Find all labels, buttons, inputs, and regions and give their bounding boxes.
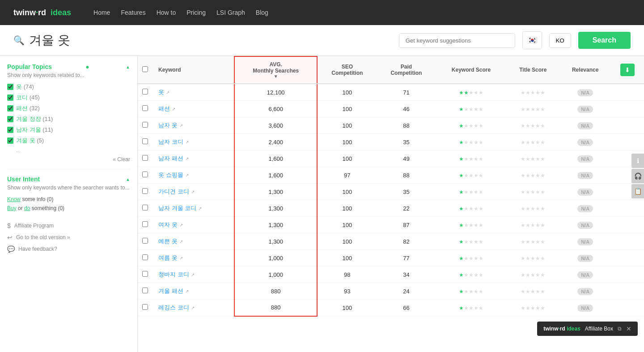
relevance-header[interactable]: Relevance (559, 56, 611, 84)
keyword-cell[interactable]: 겨울 패션↗ (152, 283, 234, 300)
keyword-cell[interactable]: 옷 쇼핑몰↗ (152, 167, 234, 184)
keyword-link[interactable]: 겨울 패션 (158, 288, 183, 294)
row-checkbox[interactable] (142, 188, 148, 194)
nav-features[interactable]: Features (121, 9, 145, 16)
row-checkbox[interactable] (142, 271, 148, 277)
topic-label-0[interactable]: 옷 (74) (16, 83, 34, 91)
keyword-cell[interactable]: 옷↗ (152, 84, 234, 101)
topic-label-4[interactable]: 남자 겨울 (11) (16, 126, 53, 134)
topic-label-5[interactable]: 겨울 옷 (5) (16, 137, 44, 145)
select-all-header[interactable] (138, 56, 152, 84)
nav-how-to[interactable]: How to (157, 9, 176, 16)
keyword-link[interactable]: 청바지 코디 (158, 271, 189, 278)
clear-link[interactable]: « Clear (7, 156, 130, 163)
paid-competition-header[interactable]: PaidCompetition (377, 56, 436, 84)
nav-pricing[interactable]: Pricing (186, 9, 206, 16)
empty-star-icon: ★ (479, 156, 483, 162)
nav-lsi-graph[interactable]: LSI Graph (216, 9, 245, 16)
keyword-cell[interactable]: 패션↗ (152, 101, 234, 117)
keyword-link[interactable]: 남자 겨울 코디 (158, 205, 196, 211)
empty-star-icon: ★ (540, 189, 545, 195)
keyword-cell[interactable]: 남자 옷↗ (152, 117, 234, 134)
nav-blog[interactable]: Blog (256, 9, 268, 16)
title-score-header[interactable]: Title Score (507, 56, 559, 84)
na-badge: N/A (577, 106, 593, 113)
search-button[interactable]: Search (578, 32, 631, 49)
keyword-score-header[interactable]: Keyword Score (436, 56, 506, 84)
topic-checkbox-1[interactable] (7, 94, 13, 101)
topic-checkbox-0[interactable] (7, 84, 13, 90)
keyword-suggest-input[interactable] (399, 33, 515, 48)
avg-monthly-cell: 2,400 (234, 134, 317, 150)
nav-home[interactable]: Home (93, 9, 110, 16)
topic-more[interactable]: ... (16, 147, 130, 154)
user-intent-title[interactable]: User Intent (7, 176, 130, 183)
popular-topics-title[interactable]: Popular Topics ● (7, 63, 130, 70)
row-checkbox[interactable] (142, 238, 148, 244)
keyword-link[interactable]: 예쁜 옷 (158, 238, 178, 245)
row-checkbox[interactable] (142, 122, 148, 128)
topic-checkbox-3[interactable] (7, 116, 13, 122)
topic-label-3[interactable]: 겨울 정장 (11) (16, 115, 53, 123)
copy-float-button[interactable]: 📋 (631, 184, 644, 198)
intent-buy-link[interactable]: Buy (7, 205, 17, 211)
row-checkbox[interactable] (142, 172, 148, 177)
row-checkbox[interactable] (142, 205, 148, 210)
row-checkbox[interactable] (142, 304, 148, 310)
keyword-link[interactable]: 가디건 코디 (158, 188, 189, 195)
topic-checkbox-2[interactable] (7, 105, 13, 112)
keyword-link[interactable]: 옷 (158, 89, 164, 95)
relevance-cell: N/A (559, 101, 611, 117)
seo-competition-header[interactable]: SEOCompetition (317, 56, 377, 84)
keyword-cell[interactable]: 청바지 코디↗ (152, 266, 234, 283)
keyword-link[interactable]: 남자 패션 (158, 155, 183, 162)
keyword-link[interactable]: 남자 옷 (158, 122, 178, 129)
info-float-button[interactable]: ℹ (631, 154, 644, 168)
filled-star-icon: ★ (459, 156, 464, 162)
keyword-link[interactable]: 옷 쇼핑몰 (158, 172, 183, 178)
logo-twinword: twinw·rd (13, 8, 46, 17)
intent-know-link[interactable]: Know (7, 196, 21, 202)
keyword-cell[interactable]: 남자 겨울 코디↗ (152, 200, 234, 217)
download-button[interactable]: ⬇ (620, 64, 635, 76)
row-checkbox[interactable] (142, 138, 148, 144)
topic-label-2[interactable]: 패션 (32) (16, 104, 40, 112)
headphone-float-button[interactable]: 🎧 (631, 169, 644, 183)
row-checkbox[interactable] (142, 254, 148, 260)
empty-star-icon: ★ (479, 206, 483, 212)
row-checkbox[interactable] (142, 155, 148, 161)
title-score-cell: ★★★★★ (507, 200, 559, 217)
topic-checkbox-4[interactable] (7, 127, 13, 133)
keyword-cell[interactable]: 예쁜 옷↗ (152, 233, 234, 250)
keyword-link[interactable]: 남자 코디 (158, 138, 183, 145)
avg-monthly-header[interactable]: AVG.Monthly Searches ▼ (234, 56, 317, 84)
intent-do-link[interactable]: do (24, 205, 30, 211)
row-checkbox[interactable] (142, 221, 148, 227)
old-version-item[interactable]: ↩ Go to the old version » (7, 234, 130, 241)
row-checkbox[interactable] (142, 89, 148, 94)
topic-label-1[interactable]: 코디 (45) (16, 94, 40, 102)
keyword-link[interactable]: 레깅스 코디 (158, 304, 189, 311)
lang-button[interactable]: KO (549, 33, 571, 48)
topic-checkbox-5[interactable] (7, 137, 13, 144)
keyword-link[interactable]: 여름 옷 (158, 254, 178, 261)
feedback-item[interactable]: 💬 Have feedback? (7, 245, 130, 253)
keyword-cell[interactable]: 레깅스 코디↗ (152, 300, 234, 316)
keyword-cell[interactable]: 남자 코디↗ (152, 134, 234, 150)
keyword-header[interactable]: Keyword (152, 56, 234, 84)
keyword-cell[interactable]: 남자 패션↗ (152, 150, 234, 167)
row-checkbox[interactable] (142, 288, 148, 293)
table-area: Keyword AVG.Monthly Searches ▼ SEOCompet… (138, 56, 644, 352)
flag-button[interactable]: 🇰🇷 (522, 31, 542, 49)
keyword-cell[interactable]: 여자 옷↗ (152, 217, 234, 233)
keyword-link[interactable]: 패션 (158, 105, 170, 112)
select-all-checkbox[interactable] (142, 66, 148, 72)
keyword-cell[interactable]: 여름 옷↗ (152, 250, 234, 266)
close-icon[interactable]: ✕ (626, 325, 631, 332)
affiliate-program-item[interactable]: $ Affiliate Program (7, 222, 130, 229)
keyword-cell[interactable]: 가디건 코디↗ (152, 184, 234, 200)
keyword-score-cell: ★★★★★ (436, 167, 506, 184)
resize-icon[interactable]: ⧉ (618, 326, 622, 332)
row-checkbox[interactable] (142, 105, 148, 111)
keyword-link[interactable]: 여자 옷 (158, 221, 178, 228)
